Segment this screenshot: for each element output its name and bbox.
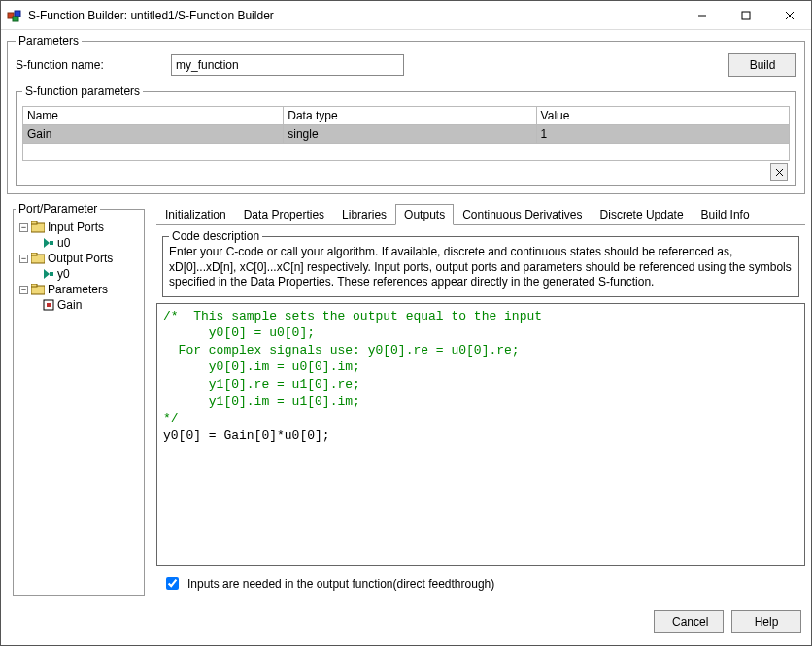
sfunction-parameters-group: S-function parameters Name Data type Val… (16, 85, 796, 186)
svg-rect-18 (31, 284, 37, 287)
tree-output-ports[interactable]: − Output Ports (16, 251, 142, 266)
tab-initialization[interactable]: Initialization (156, 204, 235, 225)
col-dtype[interactable]: Data type (284, 107, 536, 125)
footer: Cancel Help (1, 600, 811, 645)
parameter-icon (43, 299, 54, 311)
svg-rect-12 (50, 241, 53, 245)
build-button[interactable]: Build (728, 53, 796, 77)
folder-icon (31, 253, 45, 264)
code-editor[interactable]: /* This sample sets the output equal to … (156, 303, 805, 566)
svg-marker-15 (44, 269, 50, 279)
tree-label: Input Ports (48, 221, 104, 234)
port-icon (43, 237, 54, 249)
svg-marker-11 (44, 238, 50, 248)
tab-libraries[interactable]: Libraries (333, 204, 395, 225)
collapse-icon[interactable]: − (19, 286, 28, 294)
collapse-icon[interactable]: − (19, 223, 28, 232)
direct-feedthrough-label: Inputs are needed in the output function… (187, 577, 494, 591)
sfunction-name-label: S-function name: (16, 58, 161, 72)
code-description-group: Code description Enter your C-code or ca… (162, 229, 799, 297)
cell-dtype[interactable]: single (284, 125, 536, 144)
parameters-table: Name Data type Value Gain single 1 (22, 106, 790, 144)
sfunction-parameters-legend: S-function parameters (22, 85, 143, 98)
col-name[interactable]: Name (23, 107, 284, 125)
col-value[interactable]: Value (536, 107, 789, 125)
app-icon (7, 8, 22, 23)
direct-feedthrough-checkbox[interactable] (166, 577, 179, 590)
svg-rect-2 (13, 17, 18, 21)
parameters-legend: Parameters (16, 34, 82, 48)
tree: − Input Ports u0 − (16, 220, 142, 313)
sfunction-name-input[interactable] (171, 54, 404, 76)
code-description-text: Enter your C-code or call your algorithm… (169, 245, 793, 290)
window-title: S-Function Builder: untitled1/S-Function… (28, 9, 680, 22)
folder-icon (31, 284, 45, 295)
tree-label: y0 (57, 267, 70, 281)
maximize-button[interactable] (724, 1, 767, 29)
table-row[interactable]: Gain single 1 (23, 125, 790, 144)
cell-value[interactable]: 1 (536, 125, 789, 144)
window: S-Function Builder: untitled1/S-Function… (0, 0, 812, 646)
params-close-icon[interactable] (770, 163, 788, 181)
tree-label: Gain (57, 298, 82, 312)
svg-rect-20 (47, 303, 51, 307)
port-parameter-panel: Port/Parameter − Input Ports u0 (13, 202, 145, 596)
minimize-button[interactable] (680, 1, 724, 29)
tree-label: Parameters (48, 283, 108, 296)
svg-rect-1 (15, 11, 20, 17)
tab-continuous-derivatives[interactable]: Continuous Derivatives (454, 204, 591, 225)
tree-label: Output Ports (48, 252, 113, 265)
tree-item-u0[interactable]: u0 (16, 235, 142, 251)
tab-discrete-update[interactable]: Discrete Update (592, 204, 693, 225)
port-icon (43, 268, 54, 280)
table-header-row: Name Data type Value (23, 107, 790, 125)
cancel-button[interactable]: Cancel (654, 610, 724, 633)
close-button[interactable] (767, 1, 811, 29)
tree-input-ports[interactable]: − Input Ports (16, 220, 142, 235)
svg-rect-14 (31, 253, 37, 255)
titlebar: S-Function Builder: untitled1/S-Function… (1, 1, 811, 30)
tree-parameters[interactable]: − Parameters (16, 282, 142, 297)
tabs: Initialization Data Properties Libraries… (156, 204, 805, 225)
help-button[interactable]: Help (731, 610, 801, 633)
tab-build-info[interactable]: Build Info (693, 204, 759, 225)
tree-item-y0[interactable]: y0 (16, 266, 142, 282)
port-parameter-legend: Port/Parameter (16, 202, 100, 216)
code-body: y0[0] = Gain[0]*u0[0]; (163, 428, 330, 443)
code-description-legend: Code description (169, 229, 262, 243)
tree-label: u0 (57, 236, 70, 250)
svg-rect-10 (31, 221, 37, 224)
svg-rect-4 (742, 12, 750, 19)
tab-data-properties[interactable]: Data Properties (235, 204, 333, 225)
tree-item-gain[interactable]: Gain (16, 297, 142, 313)
code-comment: /* This sample sets the output equal to … (163, 309, 542, 425)
folder-icon (31, 221, 45, 233)
parameters-group: Parameters S-function name: Build S-func… (7, 34, 805, 194)
svg-rect-16 (50, 272, 53, 276)
collapse-icon[interactable]: − (19, 255, 28, 263)
cell-name[interactable]: Gain (23, 125, 284, 144)
tab-outputs[interactable]: Outputs (395, 204, 454, 225)
